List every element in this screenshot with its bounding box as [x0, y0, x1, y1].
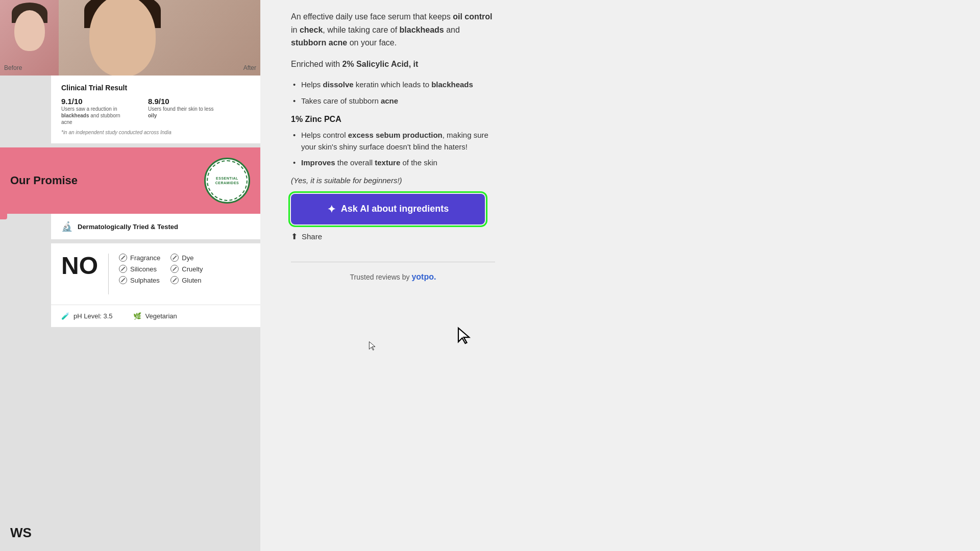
no-cruelty-icon	[170, 265, 179, 273]
suitable-note: (Yes, it is suitable for beginners!)	[291, 176, 495, 185]
no-dye-label: Dye	[182, 254, 193, 262]
no-fragrance-label: Fragrance	[130, 254, 160, 262]
salicylic-bold: 2% Salicylic Acid, it	[342, 60, 419, 68]
veg-label: Vegetarian	[145, 312, 177, 320]
trial-note: *in an independent study conducted acros…	[61, 130, 250, 135]
ph-item: 🧪 pH Level: 3.5	[61, 312, 113, 320]
product-description: An effective daily use face serum that k…	[291, 10, 495, 282]
right-panel: An effective daily use face serum that k…	[260, 0, 980, 551]
zinc-benefits-list: Helps control excess sebum production, m…	[291, 129, 495, 169]
left-accent	[0, 153, 7, 219]
clinical-trial-title: Clinical Trial Result	[61, 84, 250, 92]
face-silhouette-before	[14, 10, 45, 51]
derm-tested-section: 🔬 Dermatologically Tried & Tested	[51, 214, 260, 239]
share-row[interactable]: ⬆ Share	[291, 232, 495, 241]
before-after-container: Before After	[0, 0, 260, 76]
no-item-fragrance: Fragrance	[119, 254, 160, 262]
no-item-cruelty: Cruelty	[170, 265, 212, 273]
trusted-pre: Trusted reviews by	[350, 273, 412, 281]
our-promise-section: Our Promise ESSENTIAL CERAMIDES	[0, 147, 260, 214]
trial-score-1: 9.1/10 Users saw a reduction in blackhea…	[61, 97, 128, 126]
derm-text: Dermatologically Tried & Tested	[78, 223, 178, 231]
ph-icon: 🧪	[61, 312, 69, 320]
promise-title: Our Promise	[10, 174, 78, 187]
enriched-intro: Enriched with 2% Salicylic Acid, it	[291, 58, 495, 71]
score-2-pre: Users found their skin to less	[148, 106, 213, 112]
badge-line1: ESSENTIAL	[216, 177, 238, 180]
blackheads-bold: blackheads	[400, 26, 444, 34]
ask-ai-label: Ask AI about ingredients	[341, 204, 449, 214]
badge-inner: ESSENTIAL CERAMIDES	[207, 160, 248, 201]
stubborn-acne-bold: stubborn acne	[291, 38, 347, 47]
check-bold: check	[300, 26, 323, 34]
no-section: NO Fragrance Dye Silicones Cruelty	[51, 243, 260, 305]
ask-ai-button[interactable]: ✦ Ask AI about ingredients	[291, 194, 485, 224]
benefit-sebum: Helps control excess sebum production, m…	[291, 129, 495, 153]
ph-label: pH Level: 3.5	[74, 312, 113, 320]
no-sulphates-icon	[119, 276, 127, 284]
sparkle-icon: ✦	[327, 203, 336, 215]
benefit-dissolve: Helps dissolve keratin which leads to bl…	[291, 79, 495, 90]
salicylic-benefits-list: Helps dissolve keratin which leads to bl…	[291, 79, 495, 107]
no-silicones-label: Silicones	[130, 265, 157, 273]
after-image: After	[59, 0, 260, 76]
trial-scores: 9.1/10 Users saw a reduction in blackhea…	[61, 97, 250, 126]
veg-item: 🌿 Vegetarian	[133, 312, 177, 320]
oil-control-bold: oil control	[453, 12, 492, 21]
share-label: Share	[302, 232, 322, 241]
reviews-heading: WS	[10, 525, 32, 541]
before-image: Before	[0, 0, 59, 76]
no-gluten-label: Gluten	[182, 277, 201, 284]
after-label: After	[243, 64, 256, 71]
no-item-gluten: Gluten	[170, 276, 212, 284]
no-fragrance-icon	[119, 254, 127, 262]
no-dye-icon	[170, 254, 179, 262]
veg-icon: 🌿	[133, 312, 141, 320]
score-2-value: 8.9/10	[148, 97, 214, 106]
score-1-value: 9.1/10	[61, 97, 128, 106]
promise-badge: ESSENTIAL CERAMIDES	[204, 158, 250, 204]
no-cruelty-label: Cruelty	[182, 265, 203, 273]
page-wrapper: Before After Clinical Trial Result 9.1/1…	[0, 0, 980, 551]
yotpo-brand: yotpo.	[411, 272, 436, 281]
left-panel: Before After Clinical Trial Result 9.1/1…	[0, 0, 260, 551]
zinc-heading: 1% Zinc PCA	[291, 115, 495, 124]
score-1-pre: Users saw a reduction in	[61, 106, 117, 112]
score-1-desc: Users saw a reduction in blackheads and …	[61, 106, 128, 126]
score-2-bold: oily	[148, 113, 157, 118]
score-1-bold: blackheads	[61, 113, 89, 118]
benefit-texture: Improves the overall texture of the skin	[291, 157, 495, 168]
badge-text-1: ESSENTIAL CERAMIDES	[215, 176, 239, 185]
no-gluten-icon	[170, 276, 179, 284]
clinical-trial-section: Clinical Trial Result 9.1/10 Users saw a…	[51, 76, 260, 143]
share-icon: ⬆	[291, 232, 298, 241]
no-items-grid: Fragrance Dye Silicones Cruelty Sulphate…	[119, 254, 212, 284]
no-divider	[108, 254, 109, 294]
no-item-dye: Dye	[170, 254, 212, 262]
benefit-acne: Takes care of stubborn acne	[291, 95, 495, 107]
no-item-silicones: Silicones	[119, 265, 160, 273]
score-2-desc: Users found their skin to less oily	[148, 106, 214, 119]
trial-score-2: 8.9/10 Users found their skin to less oi…	[148, 97, 214, 126]
before-label: Before	[4, 64, 22, 71]
no-sulphates-label: Sulphates	[130, 277, 160, 284]
face-silhouette-after	[89, 0, 156, 76]
derm-icon: 🔬	[61, 221, 72, 232]
ph-veg-row: 🧪 pH Level: 3.5 🌿 Vegetarian	[51, 305, 260, 327]
trusted-reviews: Trusted reviews by yotpo.	[291, 262, 495, 282]
no-silicones-icon	[119, 265, 127, 273]
badge-line2: CERAMIDES	[215, 181, 239, 185]
no-item-sulphates: Sulphates	[119, 276, 160, 284]
desc-intro: An effective daily use face serum that k…	[291, 10, 495, 49]
no-label: NO	[61, 254, 98, 278]
